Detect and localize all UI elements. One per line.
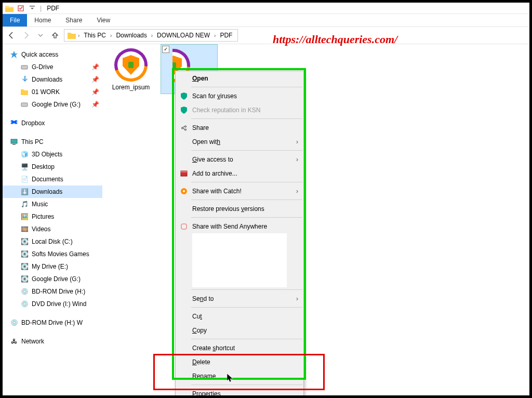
tree-label: Downloads <box>32 76 62 83</box>
tree-item-downloads[interactable]: Downloads 📌 <box>3 73 102 86</box>
ctx-properties[interactable]: Properties <box>176 387 303 398</box>
tree-quick-access[interactable]: Quick access <box>3 48 102 61</box>
tree-item-pictures[interactable]: 🖼️Pictures <box>3 210 102 223</box>
folder-icon <box>68 31 76 39</box>
tree-item-bdrom2[interactable]: 💿BD-ROM Drive (H:) W <box>3 316 102 329</box>
tree-label: Documents <box>32 176 63 183</box>
tree-label: BD-ROM Drive (H:) W <box>21 319 83 326</box>
ctx-share-catch[interactable]: Share with Catch!› <box>176 184 303 198</box>
pin-icon: 📌 <box>91 101 99 108</box>
ctx-delete[interactable]: Delete <box>176 355 303 369</box>
ctx-share[interactable]: Share <box>176 121 303 135</box>
ctx-add-archive[interactable]: Add to archive... <box>176 166 303 180</box>
tree-item-localdisk[interactable]: 💽Local Disk (C:) <box>3 235 102 248</box>
file-item[interactable]: Lorem_ipsum <box>102 44 159 93</box>
tree-item-bdrom[interactable]: 💿BD-ROM Drive (H:) <box>3 285 102 298</box>
ctx-cut[interactable]: Cut <box>176 309 303 323</box>
ctx-create-shortcut[interactable]: Create shortcut <box>176 341 303 355</box>
ctx-open-with[interactable]: Open with› <box>176 135 303 149</box>
chevron-right-icon[interactable]: › <box>213 33 217 38</box>
ctx-restore-versions[interactable]: Restore previous versions <box>176 202 303 216</box>
videos-icon: 🎞️ <box>20 225 29 233</box>
tree-item-desktop[interactable]: 🖥️Desktop <box>3 161 102 173</box>
breadcrumb-seg[interactable]: DOWNLOAD NEW <box>155 32 212 39</box>
tree-item-music[interactable]: 🎵Music <box>3 198 102 210</box>
titlebar: | PDF <box>3 3 529 14</box>
tree-dropbox[interactable]: Dropbox <box>3 117 102 129</box>
tree-item-gdrive[interactable]: G-Drive 📌 <box>3 61 102 73</box>
checkbox-icon[interactable]: ✓ <box>162 46 169 53</box>
ctx-separator <box>191 87 302 87</box>
tree-label: Quick access <box>21 51 58 58</box>
chevron-right-icon[interactable]: › <box>77 33 81 38</box>
tree-this-pc[interactable]: This PC <box>3 136 102 148</box>
disc-icon: 💿 <box>20 300 29 308</box>
ctx-give-access[interactable]: Give access to› <box>176 152 303 166</box>
breadcrumb-seg[interactable]: PDF <box>218 32 234 39</box>
ctx-send-anywhere[interactable]: Share with Send Anywhere <box>176 219 303 233</box>
tree-item-mydrive[interactable]: 💽My Drive (E:) <box>3 260 102 273</box>
nav-back-icon[interactable] <box>6 30 17 41</box>
qat-save-icon[interactable] <box>16 4 25 13</box>
nav-up-icon[interactable] <box>49 30 61 41</box>
qat-dropdown-icon[interactable] <box>28 4 37 13</box>
pictures-icon: 🖼️ <box>20 213 29 221</box>
tree-label: 01 WORK <box>32 88 60 96</box>
tree-item-videos[interactable]: 🎞️Videos <box>3 223 102 235</box>
tree-network[interactable]: 🖧Network <box>3 335 102 348</box>
disk-icon: 💽 <box>20 262 29 271</box>
folder-icon <box>5 4 14 13</box>
tree-item-softs[interactable]: 💽Softs Movies Games <box>3 248 102 260</box>
tree-item-dvd[interactable]: 💿DVD Drive (I:) Wind <box>3 298 102 310</box>
disc-icon: 💿 <box>10 319 18 327</box>
downloads-icon <box>20 75 29 84</box>
tab-share[interactable]: Share <box>58 15 89 26</box>
tree-label: Dropbox <box>21 120 45 127</box>
ctx-open[interactable]: Open <box>176 71 303 85</box>
chevron-right-icon[interactable]: › <box>150 33 154 38</box>
tree-item-documents[interactable]: 📄Documents <box>3 173 102 185</box>
file-view[interactable]: Lorem_ipsum ✓ Sa <box>102 44 529 395</box>
tab-home[interactable]: Home <box>27 15 58 26</box>
send-anywhere-icon <box>180 222 188 231</box>
archive-icon <box>180 169 188 178</box>
star-icon <box>10 50 18 59</box>
context-menu: Open Scan for viruses Check reputation i… <box>175 71 304 398</box>
documents-icon: 📄 <box>20 175 29 183</box>
ctx-rename[interactable]: Rename <box>176 369 303 383</box>
breadcrumb-seg[interactable]: Downloads <box>114 32 149 39</box>
tree-label: 3D Objects <box>32 151 62 158</box>
ctx-separator <box>191 307 302 308</box>
nav-recent-icon[interactable] <box>35 30 46 41</box>
tree-item-downloads[interactable]: ⬇️Downloads <box>3 185 102 198</box>
ctx-scan-viruses[interactable]: Scan for viruses <box>176 89 303 103</box>
chevron-right-icon: › <box>296 188 298 195</box>
tree-item-googledrive[interactable]: Google Drive (G:) 📌 <box>3 98 102 111</box>
address-bar[interactable]: › This PC › Downloads › DOWNLOAD NEW › P… <box>64 29 238 42</box>
breadcrumb-seg[interactable]: This PC <box>82 32 108 39</box>
tree-label: Music <box>32 201 48 208</box>
tree-item-3dobjects[interactable]: 🧊3D Objects <box>3 148 102 161</box>
disk-icon: 💽 <box>20 250 29 258</box>
tree-item-googledrive2[interactable]: 💽Google Drive (G:) <box>3 273 102 285</box>
ctx-send-to[interactable]: Send to› <box>176 291 303 306</box>
tab-view[interactable]: View <box>89 15 117 26</box>
folder-icon <box>20 88 29 96</box>
pc-icon <box>10 138 18 146</box>
pin-icon: 📌 <box>91 88 99 96</box>
tree-label: Network <box>21 338 44 345</box>
ctx-copy[interactable]: Copy <box>176 323 303 337</box>
ctx-separator <box>191 384 302 385</box>
cube-icon: 🧊 <box>20 150 29 158</box>
svg-rect-10 <box>181 224 187 229</box>
tab-file[interactable]: File <box>3 14 27 26</box>
explorer-window: | PDF File Home Share View › This PC › D <box>0 0 532 398</box>
tree-item-01work[interactable]: 01 WORK 📌 <box>3 86 102 98</box>
file-app-icon <box>114 48 148 82</box>
tree-label: Google Drive (G:) <box>32 275 81 283</box>
desktop-icon: 🖥️ <box>20 163 29 171</box>
tree-label: Local Disk (C:) <box>32 238 73 245</box>
svg-rect-1 <box>30 6 35 7</box>
chevron-right-icon[interactable]: › <box>109 33 113 38</box>
shield-icon <box>180 106 188 114</box>
